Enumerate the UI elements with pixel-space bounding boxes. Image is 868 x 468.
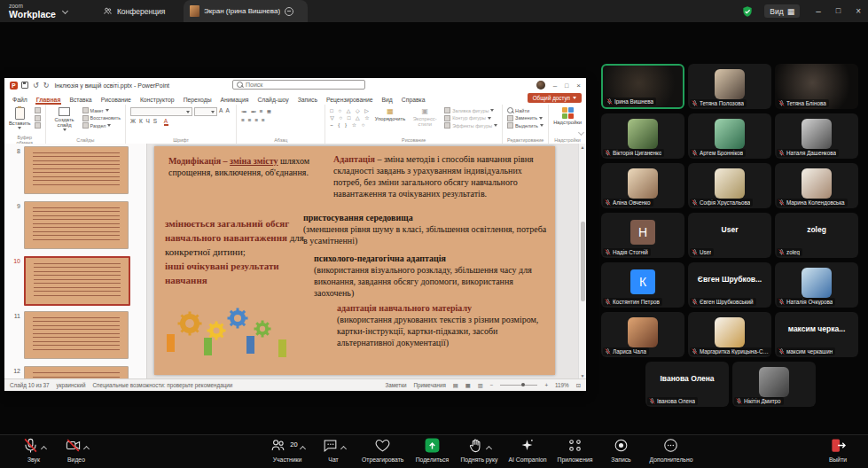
leave-button[interactable]: Выйти [817, 437, 859, 464]
participant-tile[interactable]: ККостянтин Петров [601, 262, 684, 308]
zoom-slider[interactable] [500, 385, 537, 386]
shape-effects-button[interactable]: Эффекты фигуры [444, 122, 497, 129]
ribbon-tab-3[interactable]: Рисование [100, 95, 132, 105]
fit-slide-icon[interactable]: ⊡ [576, 382, 581, 388]
search-input[interactable]: Поиск [232, 80, 365, 90]
chevron-up-icon[interactable] [300, 446, 306, 452]
scrollbar-thumb[interactable] [581, 222, 585, 301]
reading-view-icon[interactable]: ▥ [478, 382, 483, 388]
participants-button[interactable]: 20Участники [266, 437, 309, 464]
shape-fill-button[interactable]: Заливка фигуры [444, 107, 497, 113]
paste-button[interactable]: Вставить [9, 107, 31, 129]
language-indicator[interactable]: украинский [57, 382, 86, 388]
ribbon-tab-0[interactable]: Файл [12, 95, 28, 105]
share-access-button[interactable]: Общий доступ [528, 93, 582, 103]
participant-tile[interactable]: Іванова ОленаІванова Олена [645, 362, 729, 407]
apps-button[interactable]: Приложения [554, 437, 597, 464]
shapes-gallery[interactable]: □ ○ △ ◇ ▷▽ ○ □ △ ☆~ { } ☆ ○ [330, 107, 371, 129]
slide-thumbnail[interactable]: 8 [4, 146, 146, 199]
format-painter-button[interactable] [35, 122, 41, 129]
slide-thumbnail-preview[interactable] [24, 366, 129, 379]
zoom-in-button[interactable]: + [544, 382, 548, 388]
select-button[interactable]: Выделить [507, 122, 543, 129]
section-button[interactable]: Раздел [82, 122, 121, 129]
chevron-up-icon[interactable] [486, 446, 492, 452]
ribbon-tab-1[interactable]: Главная [35, 95, 62, 105]
camera-muted-button[interactable]: Видео [55, 437, 98, 464]
participant-tile[interactable]: Вікторія Циганенко [601, 113, 684, 159]
participant-tile[interactable]: максим черка...максим черкашин [775, 312, 858, 357]
copy-button[interactable] [35, 115, 41, 121]
record-button[interactable]: Запись [600, 437, 643, 464]
sorter-view-icon[interactable]: ▦ [465, 382, 471, 388]
more-button[interactable]: Дополнительно [646, 437, 697, 464]
undo-icon[interactable]: ↺ [33, 82, 39, 90]
participant-tile[interactable]: Марина Колендовська [775, 163, 858, 208]
cut-button[interactable] [35, 107, 41, 113]
account-avatar[interactable] [536, 81, 545, 90]
ribbon-tab-10[interactable]: Вид [381, 95, 394, 105]
quick-styles-button[interactable]: ▣ Экспресс-стили [409, 107, 441, 127]
participant-tile[interactable]: Тетяна Полозова [688, 64, 771, 109]
slide-thumbnail[interactable]: 10 [4, 256, 146, 309]
ribbon-tab-5[interactable]: Переходы [183, 95, 213, 105]
notes-button[interactable]: Заметки [385, 382, 406, 388]
slide-thumbnail-preview[interactable] [24, 311, 129, 359]
slide-thumbnail-preview[interactable] [24, 201, 129, 249]
font-color-button[interactable]: A [164, 118, 168, 126]
participant-tile[interactable]: Євген Шрубков...Євген Шрубковський [688, 262, 771, 308]
participant-tile[interactable]: Наталія Очкурова [775, 262, 858, 308]
heart-button[interactable]: Отреагировать [358, 437, 407, 464]
participant-tile[interactable]: Софія Хрустальова [688, 163, 771, 208]
mic-muted-button[interactable]: Звук [12, 437, 55, 464]
maximize-icon[interactable]: □ [836, 6, 841, 16]
participant-tile[interactable]: Наталя Дашенкова [775, 113, 858, 159]
sparkle-button[interactable]: AI Companion [504, 437, 550, 464]
tab-screen-share[interactable]: Экран (Ірина Вишнева) [184, 0, 308, 22]
raise-hand-button[interactable]: Поднять руку [457, 437, 501, 464]
normal-view-icon[interactable]: ▤ [453, 382, 458, 388]
slide-thumbnail-preview[interactable] [24, 146, 129, 194]
bold-italic-underline-buttons[interactable]: Ж К Ч S [130, 118, 158, 124]
minus-circle-icon[interactable] [285, 7, 293, 16]
participant-tile[interactable]: UserUser [688, 213, 771, 258]
chat-button[interactable]: Чат [312, 437, 355, 464]
participant-tile[interactable]: ННадія Стогній [601, 213, 684, 258]
participant-tile[interactable]: zolegzoleg [775, 213, 858, 258]
zoom-level[interactable]: 119% [555, 382, 569, 388]
reset-button[interactable]: Восстановить [82, 115, 121, 121]
slide-thumbnail[interactable]: 12 [4, 366, 146, 379]
participant-tile[interactable]: Нікітін Дмитро [732, 362, 816, 407]
ribbon-tab-4[interactable]: Конструктор [139, 95, 176, 105]
share-button[interactable]: Поделиться [411, 437, 453, 464]
arrange-button[interactable]: ▦ Упорядочить [375, 107, 406, 121]
replace-button[interactable]: Заменить [507, 115, 543, 121]
minimize-icon[interactable]: – [816, 6, 821, 16]
close-icon[interactable]: × [856, 6, 861, 16]
save-icon[interactable] [21, 82, 28, 89]
slide-scrollbar[interactable]: ▲ ▼ [578, 144, 586, 379]
redo-icon[interactable]: ↻ [43, 82, 50, 90]
font-name-select[interactable] [130, 107, 192, 116]
shield-check-icon[interactable] [741, 5, 754, 18]
chevron-up-icon[interactable] [40, 446, 46, 452]
ribbon-tab-6[interactable]: Анимация [220, 95, 250, 105]
comments-button[interactable]: Примечания [413, 382, 445, 388]
participant-tile[interactable]: Лариса Чала [601, 312, 684, 357]
layout-button[interactable]: Макет [82, 107, 121, 113]
chevron-up-icon[interactable] [340, 446, 346, 452]
ppt-close-icon[interactable]: × [576, 82, 581, 90]
ribbon-tab-9[interactable]: Рецензирование [325, 95, 373, 105]
slide-thumbnail[interactable]: 9 [4, 201, 146, 254]
participant-tile[interactable]: Тетяна Блінова [775, 64, 858, 109]
slide-thumbnail[interactable]: 11 [4, 311, 146, 364]
current-slide[interactable]: Модифікація – зміна змісту шляхом спроще… [154, 146, 555, 375]
zoom-out-button[interactable]: − [490, 382, 494, 388]
ribbon-tab-8[interactable]: Запись [297, 95, 318, 105]
ppt-minimize-icon[interactable]: – [553, 82, 557, 90]
accessibility-check[interactable]: Специальные возможности: проверьте реком… [92, 382, 232, 388]
slide-thumbnail-preview[interactable] [24, 256, 130, 306]
chevron-up-icon[interactable] [82, 446, 89, 452]
font-size-select[interactable] [194, 107, 217, 116]
find-button[interactable]: Найти [507, 107, 543, 113]
